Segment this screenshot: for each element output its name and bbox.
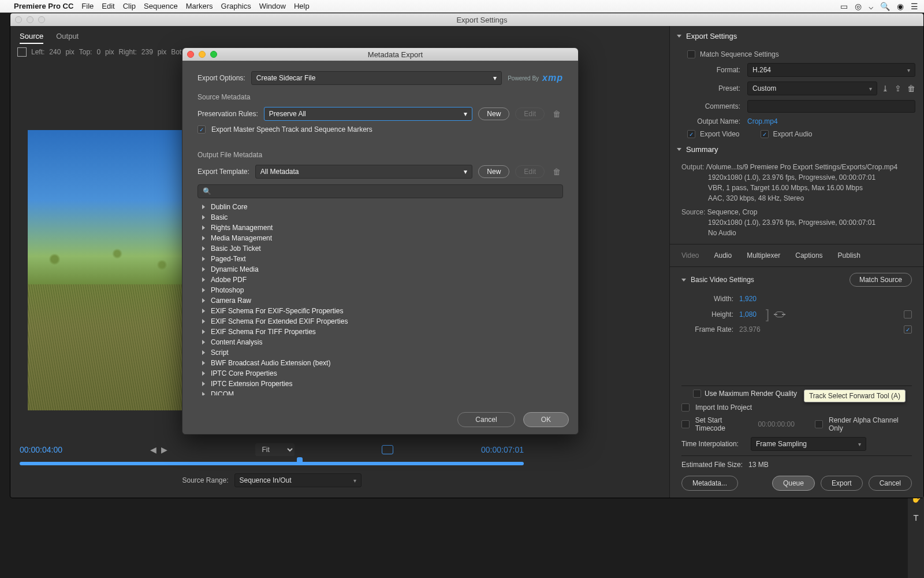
disclosure-right-icon[interactable] [202, 361, 205, 365]
disclosure-right-icon[interactable] [202, 267, 205, 272]
save-preset-icon[interactable]: ⤓ [882, 84, 889, 93]
tab-output[interactable]: Output [56, 32, 79, 44]
format-select[interactable]: H.264▾ [747, 63, 915, 77]
template-edit-button[interactable]: Edit [515, 165, 545, 178]
metadata-zoom-button[interactable] [210, 51, 217, 58]
disclosure-right-icon[interactable] [202, 371, 205, 376]
preview-scrubber[interactable] [20, 462, 524, 465]
link-dimensions-icon[interactable] [775, 312, 784, 317]
queue-button[interactable]: Queue [772, 476, 815, 491]
export-button[interactable]: Export [821, 476, 863, 491]
menu-edit[interactable]: Edit [102, 2, 114, 10]
metadata-button[interactable]: Metadata... [681, 476, 738, 491]
metadata-minimize-button[interactable] [199, 51, 206, 58]
subtab-publish[interactable]: Publish [838, 248, 860, 263]
wifi-icon[interactable]: ⌵ [869, 2, 873, 11]
disclosure-right-icon[interactable] [202, 329, 205, 334]
time-interp-select[interactable]: Frame Sampling▾ [751, 437, 866, 451]
metadata-close-button[interactable] [187, 51, 194, 58]
metadata-schema-tree[interactable]: Dublin Core Basic Rights Management Medi… [198, 202, 563, 395]
menu-sequence[interactable]: Sequence [144, 2, 178, 10]
disclosure-right-icon[interactable] [202, 319, 205, 324]
crop-left-value[interactable]: 240 [49, 48, 61, 56]
prev-frame-icon[interactable]: ◀ [150, 445, 157, 454]
window-close-button[interactable] [15, 16, 22, 23]
export-master-checkbox[interactable] [198, 125, 206, 134]
menu-clip[interactable]: Clip [123, 2, 136, 10]
window-minimize-button[interactable] [27, 16, 33, 23]
disclosure-right-icon[interactable] [202, 381, 205, 386]
subtab-video[interactable]: Video [681, 248, 699, 263]
aspect-toggle-icon[interactable] [382, 445, 393, 454]
disclosure-right-icon[interactable] [202, 205, 205, 209]
menu-graphics[interactable]: Graphics [221, 2, 251, 10]
subtab-audio[interactable]: Audio [714, 248, 732, 263]
source-range-select[interactable]: Sequence In/Out▾ [234, 473, 362, 487]
template-delete-icon[interactable]: 🗑 [550, 167, 563, 176]
next-frame-icon[interactable]: ▶ [161, 445, 167, 454]
disclosure-right-icon[interactable] [202, 257, 205, 261]
crop-icon[interactable] [17, 47, 27, 57]
max-render-checkbox[interactable] [693, 390, 701, 398]
preset-select[interactable]: Custom▾ [747, 81, 877, 95]
frame-rate-value[interactable]: 23.976 [739, 325, 761, 334]
template-new-button[interactable]: New [478, 165, 509, 178]
disclosure-right-icon[interactable] [202, 288, 205, 292]
preservation-rules-select[interactable]: Preserve All▾ [264, 107, 473, 121]
current-timecode[interactable]: 00:00:04:00 [20, 445, 62, 454]
preservation-edit-button[interactable]: Edit [515, 108, 545, 120]
start-timecode-value[interactable]: 00:00:00:00 [758, 420, 794, 428]
subtab-captions[interactable]: Captions [795, 248, 822, 263]
start-timecode-checkbox[interactable] [681, 420, 690, 428]
metadata-ok-button[interactable]: OK [523, 412, 569, 427]
app-name[interactable]: Premiere Pro CC [14, 2, 73, 10]
disclosure-right-icon[interactable] [202, 246, 205, 251]
menu-markers[interactable]: Markers [186, 2, 213, 10]
disclosure-right-icon[interactable] [202, 392, 205, 395]
comments-input[interactable] [747, 100, 915, 113]
output-filename-link[interactable]: Crop.mp4 [747, 117, 778, 125]
playhead-icon[interactable] [297, 457, 303, 465]
render-alpha-checkbox[interactable] [815, 420, 823, 428]
subtab-multiplexer[interactable]: Multiplexer [747, 248, 780, 263]
tab-source[interactable]: Source [20, 32, 43, 44]
import-preset-icon[interactable]: ⇪ [895, 84, 901, 93]
export-template-select[interactable]: All Metadata▾ [255, 165, 472, 179]
metadata-search-input[interactable]: 🔍 [198, 184, 563, 198]
disclosure-right-icon[interactable] [202, 236, 205, 240]
export-settings-header[interactable]: Export Settings [670, 26, 923, 46]
window-zoom-button[interactable] [38, 16, 45, 23]
zoom-fit-select[interactable]: Fit [255, 443, 295, 456]
disclosure-right-icon[interactable] [202, 350, 205, 355]
disclosure-right-icon[interactable] [202, 309, 205, 313]
disclosure-right-icon[interactable] [202, 215, 205, 220]
screen-icon[interactable]: ▭ [840, 2, 848, 11]
crop-right-value[interactable]: 239 [141, 48, 153, 56]
disclosure-right-icon[interactable] [202, 340, 205, 344]
disclosure-right-icon[interactable] [202, 225, 205, 230]
dimension-lock-checkbox[interactable] [904, 310, 912, 318]
metadata-cancel-button[interactable]: Cancel [457, 412, 515, 427]
disclosure-right-icon[interactable] [202, 277, 205, 282]
export-audio-checkbox[interactable] [761, 130, 769, 138]
width-value[interactable]: 1,920 [739, 295, 757, 303]
preservation-delete-icon[interactable]: 🗑 [550, 109, 563, 118]
delete-preset-icon[interactable]: 🗑 [907, 84, 915, 93]
preservation-new-button[interactable]: New [478, 108, 509, 120]
menu-window[interactable]: Window [259, 2, 286, 10]
match-source-button[interactable]: Match Source [850, 273, 912, 287]
menu-file[interactable]: File [81, 2, 94, 10]
disclosure-right-icon[interactable] [202, 298, 205, 303]
crop-top-value[interactable]: 0 [96, 48, 100, 56]
export-video-checkbox[interactable] [687, 130, 695, 138]
cancel-button[interactable]: Cancel [869, 476, 912, 491]
menu-list-icon[interactable]: ☰ [911, 2, 918, 11]
frame-rate-lock-checkbox[interactable] [904, 325, 912, 334]
menu-help[interactable]: Help [294, 2, 310, 10]
siri-icon[interactable]: ◉ [897, 2, 904, 11]
spotlight-icon[interactable]: 🔍 [880, 2, 890, 11]
height-value[interactable]: 1,080 [739, 310, 757, 318]
import-project-checkbox[interactable] [681, 403, 690, 412]
cc-icon[interactable]: ◎ [855, 2, 862, 11]
export-options-select[interactable]: Create Sidecar File▾ [251, 71, 502, 85]
